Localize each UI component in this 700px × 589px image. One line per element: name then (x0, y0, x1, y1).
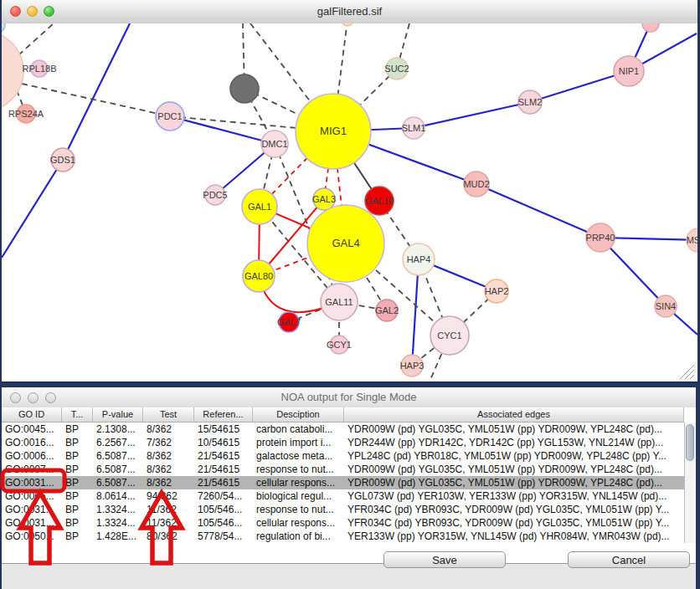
cell: YDR009W (pd) YGL035C, YML051W (pp) YDR00… (344, 476, 684, 489)
node-label-GAL2: GAL2 (375, 305, 399, 315)
cell: YPL248C (pd) YBR018C, YML051W (pp) YDR00… (344, 449, 684, 463)
scrollbar-thumb[interactable] (686, 424, 694, 461)
edge-GDS1-x (2, 160, 63, 258)
vertical-scrollbar[interactable] (684, 423, 696, 543)
cell: 8/362 (143, 476, 194, 489)
column-header-p-value[interactable]: P-value (93, 407, 143, 422)
cell: 105/546... (194, 503, 253, 516)
noa-results-table: GO IDT...P-valueTestReferen...Desciption… (2, 407, 696, 564)
node-gray-hub[interactable] (230, 74, 259, 103)
node-label-SUC2: SUC2 (384, 64, 409, 74)
noa-window-titlebar[interactable]: NOA output for Single Mode (2, 387, 696, 408)
node-label-HAP3: HAP3 (400, 361, 425, 371)
edge-x-PDC1 (22, 84, 170, 116)
node-top-peach[interactable] (342, 23, 353, 26)
cell: BP (62, 489, 93, 503)
table-row[interactable]: GO:0045...BP2.1308...8/36215/54615carbon… (2, 423, 684, 436)
noa-window-title: NOA output for Single Mode (2, 387, 696, 407)
cell: 1.3324... (93, 503, 143, 516)
edge-MUD2-PRP40 (476, 184, 600, 238)
column-header-t-[interactable]: T... (62, 407, 93, 422)
table-header[interactable]: GO IDT...P-valueTestReferen...Desciption… (2, 407, 684, 423)
cell: GO:0031... (2, 516, 62, 530)
cell: 6.5087... (93, 463, 143, 476)
network-canvas[interactable]: RPL18BRPS24AGDS1PDC1DMC1MIG1SUC2SLM1SLM2… (2, 23, 697, 382)
edge-x-GDS1 (63, 23, 130, 160)
table-body: GO:0045...BP2.1308...8/36215/54615carbon… (2, 423, 684, 543)
node-label-CYC1: CYC1 (437, 330, 461, 341)
cell: YDR244W (pp) YDR142C, YDR142C (pp) YGL15… (344, 436, 684, 449)
cell: 105/546... (194, 516, 253, 530)
cell: 1.3324... (93, 516, 143, 530)
cell: 8.0614... (93, 489, 143, 503)
table-row[interactable]: GO:0031...BP1.3324...11/362105/546...res… (2, 503, 684, 516)
cell: galactose meta... (253, 449, 344, 463)
cell: 15/54615 (194, 423, 253, 436)
edge-x-x (18, 23, 54, 55)
node-label-GAL4: GAL4 (332, 237, 359, 249)
cell: GO:0065... (2, 489, 62, 503)
node-corner-blue[interactable] (2, 23, 5, 33)
cell: GO:0031... (2, 503, 62, 516)
desktop: galFiltered.sif RPL18BRPS24AGDS1PDC1DMC1… (0, 0, 700, 589)
cell: 5778/54... (194, 530, 253, 543)
table-row[interactable]: GO:0007...BP6.5087...8/36221/54615respon… (2, 463, 684, 476)
node-label-NIP1: NIP1 (619, 66, 639, 76)
cell: 6.2567... (93, 436, 143, 449)
node-label-SLM2: SLM2 (518, 97, 543, 107)
cell: GO:0050... (2, 530, 62, 543)
cell: 8/362 (143, 463, 194, 476)
cell: response to nut... (253, 503, 344, 516)
table-row[interactable]: GO:0031...BP1.3324...11/362105/546...cel… (2, 516, 684, 530)
table-row[interactable]: GO:0031...BP6.5087...8/36221/54615cellul… (2, 476, 684, 489)
cell: BP (62, 436, 93, 449)
resize-grip[interactable] (679, 364, 696, 380)
network-window: galFiltered.sif RPL18BRPS24AGDS1PDC1DMC1… (2, 0, 697, 382)
cancel-button[interactable]: Cancel (568, 551, 690, 568)
node-label-GAL80: GAL80 (244, 271, 273, 281)
node-label-GAL1: GAL1 (248, 202, 271, 212)
column-header-desciption[interactable]: Desciption (253, 407, 344, 422)
cell: 94/362 (143, 489, 194, 503)
cell: YER133W (pp) YOR315W, YNL145W (pd) YHR08… (344, 530, 684, 543)
cell: GO:0016... (2, 436, 62, 449)
column-header-referen-[interactable]: Referen... (194, 407, 253, 422)
node-label-GCY1: GCY1 (327, 340, 352, 350)
node-label-GAL3: GAL3 (312, 194, 336, 204)
cell: GO:0031... (2, 476, 62, 489)
cell: 80/362 (143, 530, 194, 543)
column-header-associated-edges[interactable]: Associated edges (344, 407, 684, 422)
cell: 7260/54... (194, 489, 253, 503)
cell: 6.5087... (93, 476, 143, 489)
cell: 7/362 (143, 436, 194, 449)
node-label-MSL1: MSL1 (687, 235, 697, 245)
cell: carbon cataboli... (253, 423, 344, 436)
cell: BP (62, 463, 93, 476)
node-big-pink[interactable] (2, 31, 23, 111)
table-row[interactable]: GO:0065...BP8.0614...94/3627260/54...bio… (2, 489, 684, 503)
node-label-MIG1: MIG1 (320, 125, 347, 137)
network-window-titlebar[interactable]: galFiltered.sif (2, 0, 697, 24)
node-label-RPS24A: RPS24A (8, 109, 44, 119)
node-label-PDC1: PDC1 (157, 111, 182, 121)
cell: BP (62, 503, 93, 516)
cell: 8/362 (143, 423, 194, 436)
save-button[interactable]: Save (383, 551, 506, 568)
column-header-test[interactable]: Test (143, 407, 194, 422)
node-label-SIN4: SIN4 (656, 301, 676, 311)
node-label-DMC1: DMC1 (261, 139, 287, 149)
cell: 2.1308... (93, 423, 143, 436)
table-row[interactable]: GO:0016...BP6.2567...7/36210/54615protei… (2, 436, 684, 449)
cell: cellular respons... (253, 516, 344, 530)
cell: 11/362 (143, 503, 194, 516)
cell: protein import i... (253, 436, 344, 449)
table-row[interactable]: GO:0006...BP6.5087...8/36221/54615galact… (2, 449, 684, 463)
network-window-title: galFiltered.sif (2, 0, 697, 23)
table-row[interactable]: GO:0050...BP1.428E...80/3625778/54...reg… (2, 530, 684, 543)
node-top-pink[interactable] (642, 23, 659, 32)
cell: BP (62, 476, 93, 489)
column-header-go-id[interactable]: GO ID (2, 407, 62, 422)
cell: GO:0006... (2, 449, 62, 463)
cell: 1.428E... (93, 530, 143, 543)
node-label-GAL7: GAL7 (277, 317, 301, 327)
